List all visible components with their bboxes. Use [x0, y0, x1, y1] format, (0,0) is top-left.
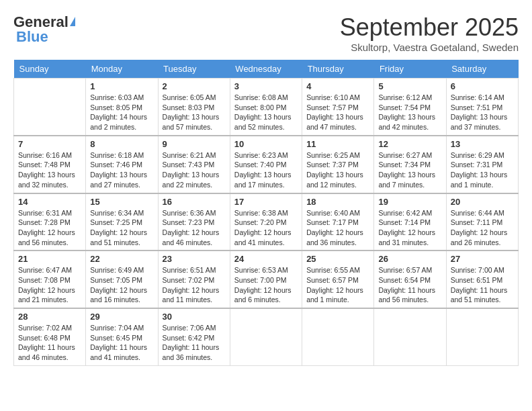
day-info: Sunrise: 7:02 AMSunset: 6:48 PMDaylight:…	[18, 323, 81, 363]
table-row	[446, 308, 518, 365]
table-row: 10Sunrise: 6:23 AMSunset: 7:40 PMDayligh…	[230, 136, 302, 193]
day-info: Sunrise: 7:06 AMSunset: 6:42 PMDaylight:…	[163, 323, 226, 363]
day-info: Sunrise: 6:57 AMSunset: 6:54 PMDaylight:…	[378, 265, 441, 305]
table-row: 5Sunrise: 6:12 AMSunset: 7:54 PMDaylight…	[374, 79, 446, 136]
table-row: 25Sunrise: 6:55 AMSunset: 6:57 PMDayligh…	[302, 250, 374, 308]
day-number: 12	[378, 139, 441, 149]
header-friday: Friday	[374, 60, 446, 79]
table-row: 24Sunrise: 6:53 AMSunset: 7:00 PMDayligh…	[230, 250, 302, 308]
table-row: 1Sunrise: 6:03 AMSunset: 8:05 PMDaylight…	[86, 79, 158, 136]
table-row: 6Sunrise: 6:14 AMSunset: 7:51 PMDaylight…	[446, 79, 518, 136]
table-row: 29Sunrise: 7:04 AMSunset: 6:45 PMDayligh…	[86, 308, 158, 365]
day-number: 26	[378, 254, 441, 264]
day-number: 28	[18, 312, 81, 322]
header-tuesday: Tuesday	[158, 60, 230, 79]
calendar-header-row: Sunday Monday Tuesday Wednesday Thursday…	[14, 60, 519, 79]
table-row: 27Sunrise: 7:00 AMSunset: 6:51 PMDayligh…	[446, 250, 518, 308]
calendar-week-row: 21Sunrise: 6:47 AMSunset: 7:08 PMDayligh…	[14, 250, 519, 308]
day-number: 4	[306, 81, 369, 91]
day-info: Sunrise: 6:42 AMSunset: 7:14 PMDaylight:…	[378, 208, 441, 248]
day-number: 13	[451, 139, 514, 149]
day-number: 2	[163, 81, 226, 91]
calendar-week-row: 1Sunrise: 6:03 AMSunset: 8:05 PMDaylight…	[14, 79, 519, 136]
day-info: Sunrise: 7:04 AMSunset: 6:45 PMDaylight:…	[90, 323, 153, 363]
table-row: 13Sunrise: 6:29 AMSunset: 7:31 PMDayligh…	[446, 136, 518, 193]
table-row: 17Sunrise: 6:38 AMSunset: 7:20 PMDayligh…	[230, 193, 302, 251]
day-number: 22	[90, 254, 153, 264]
logo-blue-text: Blue	[16, 28, 48, 46]
day-info: Sunrise: 6:49 AMSunset: 7:05 PMDaylight:…	[90, 265, 153, 305]
day-info: Sunrise: 6:14 AMSunset: 7:51 PMDaylight:…	[451, 93, 514, 132]
day-info: Sunrise: 6:03 AMSunset: 8:05 PMDaylight:…	[90, 93, 153, 132]
day-info: Sunrise: 6:27 AMSunset: 7:34 PMDaylight:…	[378, 150, 441, 190]
header-monday: Monday	[86, 60, 158, 79]
table-row	[302, 308, 374, 365]
day-info: Sunrise: 6:40 AMSunset: 7:17 PMDaylight:…	[306, 208, 369, 248]
table-row	[14, 79, 86, 136]
day-number: 10	[234, 139, 298, 149]
logo: General Blue	[13, 13, 75, 46]
day-number: 7	[18, 139, 81, 149]
table-row: 4Sunrise: 6:10 AMSunset: 7:57 PMDaylight…	[302, 79, 374, 136]
day-info: Sunrise: 6:05 AMSunset: 8:03 PMDaylight:…	[163, 93, 226, 132]
header-thursday: Thursday	[302, 60, 374, 79]
day-info: Sunrise: 6:55 AMSunset: 6:57 PMDaylight:…	[306, 265, 369, 305]
day-info: Sunrise: 6:31 AMSunset: 7:28 PMDaylight:…	[18, 208, 81, 248]
table-row: 9Sunrise: 6:21 AMSunset: 7:43 PMDaylight…	[158, 136, 230, 193]
day-number: 6	[451, 81, 514, 91]
day-number: 15	[90, 197, 153, 207]
page-header: General Blue September 2025 Skultorp, Va…	[13, 13, 519, 53]
day-info: Sunrise: 6:18 AMSunset: 7:46 PMDaylight:…	[90, 150, 153, 190]
table-row: 28Sunrise: 7:02 AMSunset: 6:48 PMDayligh…	[14, 308, 86, 365]
day-number: 27	[451, 254, 514, 264]
table-row: 30Sunrise: 7:06 AMSunset: 6:42 PMDayligh…	[158, 308, 230, 365]
table-row: 26Sunrise: 6:57 AMSunset: 6:54 PMDayligh…	[374, 250, 446, 308]
day-info: Sunrise: 6:25 AMSunset: 7:37 PMDaylight:…	[306, 150, 369, 190]
day-info: Sunrise: 6:36 AMSunset: 7:23 PMDaylight:…	[163, 208, 226, 248]
header-saturday: Saturday	[446, 60, 518, 79]
day-info: Sunrise: 6:53 AMSunset: 7:00 PMDaylight:…	[234, 265, 298, 305]
day-number: 20	[451, 197, 514, 207]
day-info: Sunrise: 6:23 AMSunset: 7:40 PMDaylight:…	[234, 150, 298, 190]
day-number: 19	[378, 197, 441, 207]
table-row: 2Sunrise: 6:05 AMSunset: 8:03 PMDaylight…	[158, 79, 230, 136]
day-number: 16	[163, 197, 226, 207]
day-info: Sunrise: 6:47 AMSunset: 7:08 PMDaylight:…	[18, 265, 81, 305]
day-number: 17	[234, 197, 298, 207]
table-row: 15Sunrise: 6:34 AMSunset: 7:25 PMDayligh…	[86, 193, 158, 251]
month-title: September 2025	[340, 13, 519, 42]
table-row: 12Sunrise: 6:27 AMSunset: 7:34 PMDayligh…	[374, 136, 446, 193]
day-info: Sunrise: 6:29 AMSunset: 7:31 PMDaylight:…	[451, 150, 514, 190]
table-row: 23Sunrise: 6:51 AMSunset: 7:02 PMDayligh…	[158, 250, 230, 308]
day-number: 21	[18, 254, 81, 264]
day-number: 29	[90, 312, 153, 322]
day-number: 30	[163, 312, 226, 322]
location: Skultorp, Vaestra Goetaland, Sweden	[340, 42, 519, 53]
day-info: Sunrise: 6:08 AMSunset: 8:00 PMDaylight:…	[234, 93, 298, 132]
title-section: September 2025 Skultorp, Vaestra Goetala…	[340, 13, 519, 53]
table-row	[374, 308, 446, 365]
day-number: 3	[234, 81, 298, 91]
day-info: Sunrise: 6:10 AMSunset: 7:57 PMDaylight:…	[306, 93, 369, 132]
day-number: 24	[234, 254, 298, 264]
logo-icon	[70, 17, 75, 26]
day-info: Sunrise: 7:00 AMSunset: 6:51 PMDaylight:…	[451, 265, 514, 305]
calendar-week-row: 14Sunrise: 6:31 AMSunset: 7:28 PMDayligh…	[14, 193, 519, 251]
day-number: 9	[163, 139, 226, 149]
day-number: 11	[306, 139, 369, 149]
day-info: Sunrise: 6:34 AMSunset: 7:25 PMDaylight:…	[90, 208, 153, 248]
table-row: 19Sunrise: 6:42 AMSunset: 7:14 PMDayligh…	[374, 193, 446, 251]
day-number: 25	[306, 254, 369, 264]
day-info: Sunrise: 6:38 AMSunset: 7:20 PMDaylight:…	[234, 208, 298, 248]
day-info: Sunrise: 6:16 AMSunset: 7:48 PMDaylight:…	[18, 150, 81, 190]
day-number: 8	[90, 139, 153, 149]
table-row: 22Sunrise: 6:49 AMSunset: 7:05 PMDayligh…	[86, 250, 158, 308]
table-row: 20Sunrise: 6:44 AMSunset: 7:11 PMDayligh…	[446, 193, 518, 251]
day-info: Sunrise: 6:51 AMSunset: 7:02 PMDaylight:…	[163, 265, 226, 305]
calendar-table: Sunday Monday Tuesday Wednesday Thursday…	[13, 60, 519, 366]
day-number: 23	[163, 254, 226, 264]
table-row: 7Sunrise: 6:16 AMSunset: 7:48 PMDaylight…	[14, 136, 86, 193]
day-number: 18	[306, 197, 369, 207]
day-number: 1	[90, 81, 153, 91]
calendar-week-row: 28Sunrise: 7:02 AMSunset: 6:48 PMDayligh…	[14, 308, 519, 365]
